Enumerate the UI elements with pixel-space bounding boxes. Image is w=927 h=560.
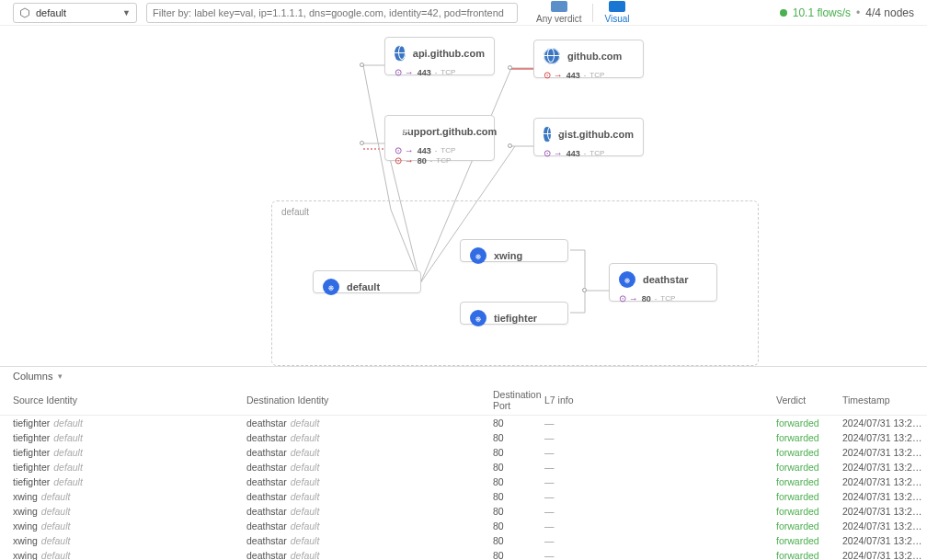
table-row[interactable]: xwingdefaultdeathstardefault80—forwarded… <box>0 504 927 519</box>
cell-source: tiefighterdefault <box>0 474 234 489</box>
node-title: deathstar <box>643 274 689 285</box>
node-title: api.github.com <box>413 48 485 59</box>
node-header: api.github.com <box>395 45 485 62</box>
globe-icon <box>395 45 406 62</box>
node-default[interactable]: ⎈ default <box>313 270 421 293</box>
node-header: support.github.com <box>395 123 485 140</box>
th-verdict[interactable]: Verdict <box>763 385 830 416</box>
cell-l7: — <box>532 489 763 504</box>
cell-l7: — <box>532 504 763 519</box>
cell-timestamp: 2024/07/31 13:23:38 (… <box>830 519 927 533</box>
cell-l7: — <box>532 548 763 560</box>
cell-verdict: forwarded <box>763 445 830 460</box>
cell-l7: — <box>532 430 763 445</box>
cell-verdict: forwarded <box>763 474 830 489</box>
node-proto: TCP <box>589 71 604 79</box>
kubernetes-icon: ⎈ <box>470 247 486 264</box>
cell-timestamp: 2024/07/31 13:23:38 (… <box>830 474 927 489</box>
connection-point <box>582 288 587 292</box>
node-tiefighter[interactable]: ⎈ tiefighter <box>460 302 568 325</box>
cell-destination: deathstardefault <box>234 430 480 445</box>
node-header: ⎈ deathstar <box>619 271 707 288</box>
cell-l7: — <box>532 460 763 474</box>
th-source[interactable]: Source Identity <box>0 385 234 416</box>
view-toggles: Any verdict Visual <box>536 1 630 24</box>
cell-timestamp: 2024/07/31 13:23:38 (… <box>830 460 927 474</box>
cell-timestamp: 2024/07/31 13:23:38 (… <box>830 533 927 548</box>
node-port: 443 <box>566 71 580 80</box>
node-title: gist.github.com <box>558 129 634 140</box>
cell-port: 80 <box>480 445 532 460</box>
filter-input[interactable] <box>146 3 518 23</box>
node-xwing[interactable]: ⎈ xwing <box>460 239 568 262</box>
node-port: 443 <box>418 68 431 77</box>
node-deathstar[interactable]: ⎈ deathstar ⊙ → 80 · TCP <box>609 263 717 302</box>
namespace-select[interactable]: default ▼ <box>13 3 137 23</box>
cell-port: 80 <box>480 548 532 560</box>
chevron-down-icon: ▼ <box>122 8 131 17</box>
table-row[interactable]: tiefighterdefaultdeathstardefault80—forw… <box>0 474 927 489</box>
node-port: 443 <box>566 149 580 158</box>
cell-source: xwingdefault <box>0 489 234 504</box>
table-row[interactable]: tiefighterdefaultdeathstardefault80—forw… <box>0 416 927 430</box>
node-proto: TCP <box>441 146 455 154</box>
cell-timestamp: 2024/07/31 13:23:38 (… <box>830 489 927 504</box>
status-dot-icon <box>780 9 787 17</box>
node-header: ⎈ default <box>323 279 411 295</box>
flows-table-body[interactable]: tiefighterdefaultdeathstardefault80—forw… <box>0 416 927 560</box>
node-proto: TCP <box>441 68 455 76</box>
cell-l7: — <box>532 533 763 548</box>
node-api-github[interactable]: api.github.com ⊙ → 443 · TCP <box>384 37 495 75</box>
group-label: default <box>281 207 309 217</box>
graph-area[interactable]: api.github.com ⊙ → 443 · TCP github.com … <box>0 26 927 366</box>
connection-point <box>360 63 364 67</box>
node-count: 4/4 nodes <box>865 6 914 19</box>
stats-separator: • <box>856 6 860 19</box>
cell-source: xwingdefault <box>0 504 234 519</box>
node-port: 80 <box>418 156 427 166</box>
columns-toggle[interactable]: Columns ▾ <box>0 367 927 385</box>
cell-destination: deathstardefault <box>234 474 480 489</box>
node-support-github[interactable]: support.github.com ⊙ → 443 · TCP ⊙ → 80 … <box>384 115 495 161</box>
globe-icon <box>544 48 560 64</box>
table-row[interactable]: tiefighterdefaultdeathstardefault80—forw… <box>0 430 927 445</box>
th-l7[interactable]: L7 info <box>532 385 763 416</box>
th-destination[interactable]: Destination Identity <box>234 385 480 416</box>
node-proto: TCP <box>660 294 675 303</box>
node-gist-github[interactable]: gist.github.com ⊙ → 443 · TCP <box>533 118 644 156</box>
table-row[interactable]: xwingdefaultdeathstardefault80—forwarded… <box>0 519 927 533</box>
connection-point <box>360 141 364 145</box>
arrow-icon: ⊙ → <box>395 67 414 77</box>
view-visual[interactable]: Visual <box>604 1 629 24</box>
node-github[interactable]: github.com ⊙ → 443 · TCP <box>533 40 644 78</box>
cell-source: xwingdefault <box>0 548 234 560</box>
namespace-text: default <box>36 7 117 18</box>
kubernetes-icon <box>19 7 30 18</box>
cell-destination: deathstardefault <box>234 504 480 519</box>
th-timestamp[interactable]: Timestamp <box>830 385 927 416</box>
table-row[interactable]: xwingdefaultdeathstardefault80—forwarded… <box>0 548 927 560</box>
cell-verdict: forwarded <box>763 548 830 560</box>
any-verdict-icon <box>551 1 567 12</box>
kubernetes-icon: ⎈ <box>619 271 635 288</box>
flows-panel: Columns ▾ Source Identity Destination Id… <box>0 366 927 560</box>
th-port[interactable]: Destination Port <box>480 385 532 416</box>
arrow-icon: ⊙ → <box>544 148 563 158</box>
cell-verdict: forwarded <box>763 504 830 519</box>
cell-timestamp: 2024/07/31 13:23:38 (… <box>830 504 927 519</box>
node-title: github.com <box>567 51 622 62</box>
table-row[interactable]: xwingdefaultdeathstardefault80—forwarded… <box>0 489 927 504</box>
cell-verdict: forwarded <box>763 489 830 504</box>
table-row[interactable]: xwingdefaultdeathstardefault80—forwarded… <box>0 533 927 548</box>
arrow-icon: ⊙ → <box>544 70 563 80</box>
arrow-icon: ⊙ → <box>619 293 638 303</box>
cell-port: 80 <box>480 460 532 474</box>
cell-l7: — <box>532 519 763 533</box>
arrow-icon: ⊙ → <box>395 155 414 166</box>
table-row[interactable]: tiefighterdefaultdeathstardefault80—forw… <box>0 460 927 474</box>
cell-verdict: forwarded <box>763 430 830 445</box>
table-row[interactable]: tiefighterdefaultdeathstardefault80—forw… <box>0 445 927 460</box>
cell-port: 80 <box>480 519 532 533</box>
kubernetes-icon: ⎈ <box>470 310 486 326</box>
view-any-verdict[interactable]: Any verdict <box>536 1 581 24</box>
